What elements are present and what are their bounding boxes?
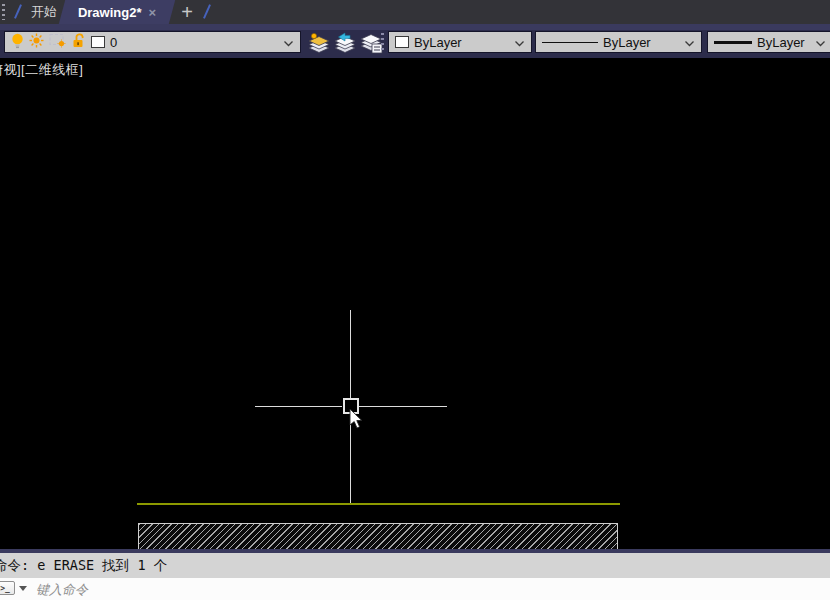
file-tab-bar: 开始 Drawing2* × + — [0, 0, 830, 24]
command-input-placeholder: 键入命令 — [36, 581, 88, 599]
tab-start[interactable]: 开始 — [24, 0, 64, 24]
toolbar-top-strip — [0, 24, 830, 30]
tab-start-label: 开始 — [31, 3, 57, 21]
command-input-line[interactable]: >_ 键入命令 — [0, 578, 830, 600]
new-tab-button[interactable]: + — [176, 0, 198, 24]
grip-dots-icon — [2, 4, 5, 20]
layer-dropdown[interactable]: 0 — [4, 31, 301, 53]
chevron-down-icon[interactable] — [815, 35, 826, 50]
command-history: 命令: e ERASE 找到 1 个 — [0, 553, 830, 578]
recent-commands-arrow-icon[interactable] — [19, 586, 27, 591]
linetype-preview-icon — [542, 42, 598, 43]
crosshair-vertical-top — [350, 310, 351, 398]
properties-toolbar: 0 — [0, 24, 830, 58]
tab-drawing2-label: Drawing2* — [78, 5, 142, 20]
drawing-canvas[interactable]: 俯视][二维线框] — [0, 58, 830, 549]
make-object-layer-current-button[interactable] — [306, 30, 331, 55]
lineweight-value-label: ByLayer — [757, 35, 805, 50]
crosshair-horizontal-left — [255, 406, 342, 407]
tab-close-icon[interactable]: × — [148, 5, 156, 20]
linetype-dropdown[interactable]: ByLayer — [535, 31, 702, 53]
tab-drawing2[interactable]: Drawing2* × — [59, 0, 175, 24]
tab-separator-slash-icon — [14, 4, 22, 19]
chevron-down-icon[interactable] — [514, 35, 525, 50]
hatch-entity-rectangle[interactable] — [138, 523, 618, 549]
object-color-dropdown[interactable]: ByLayer — [388, 31, 532, 53]
toolbar-grip-icon[interactable] — [381, 33, 384, 52]
viewport-freeze-icon[interactable] — [49, 33, 67, 51]
lineweight-dropdown[interactable]: ByLayer — [707, 31, 830, 53]
layer-on-bulb-icon[interactable] — [11, 33, 24, 52]
mouse-arrow-cursor-icon — [349, 409, 364, 434]
chevron-down-icon[interactable] — [684, 35, 695, 50]
command-prompt-icon[interactable]: >_ — [0, 581, 15, 595]
crosshair-horizontal-right — [359, 406, 447, 407]
layer-name-label: 0 — [110, 35, 117, 50]
lineweight-preview-icon — [714, 41, 752, 44]
color-swatch — [395, 36, 409, 48]
command-history-text: 命令: e ERASE 找到 1 个 — [0, 557, 167, 575]
layer-color-swatch — [91, 36, 105, 48]
layer-previous-button[interactable] — [332, 30, 357, 55]
viewport-controls-label[interactable]: 俯视][二维线框] — [0, 61, 83, 79]
cad-application-window: 开始 Drawing2* × + — [0, 0, 830, 600]
layer-thaw-sun-icon[interactable] — [29, 33, 44, 51]
linetype-value-label: ByLayer — [603, 35, 651, 50]
layer-unlock-icon[interactable] — [72, 33, 86, 52]
tab-separator-slash-icon — [203, 4, 211, 19]
chevron-down-icon[interactable] — [283, 35, 294, 50]
layer-properties-button[interactable] — [358, 30, 383, 55]
color-value-label: ByLayer — [414, 35, 462, 50]
polyline-entity-green[interactable] — [137, 503, 620, 505]
plus-icon: + — [181, 2, 193, 22]
